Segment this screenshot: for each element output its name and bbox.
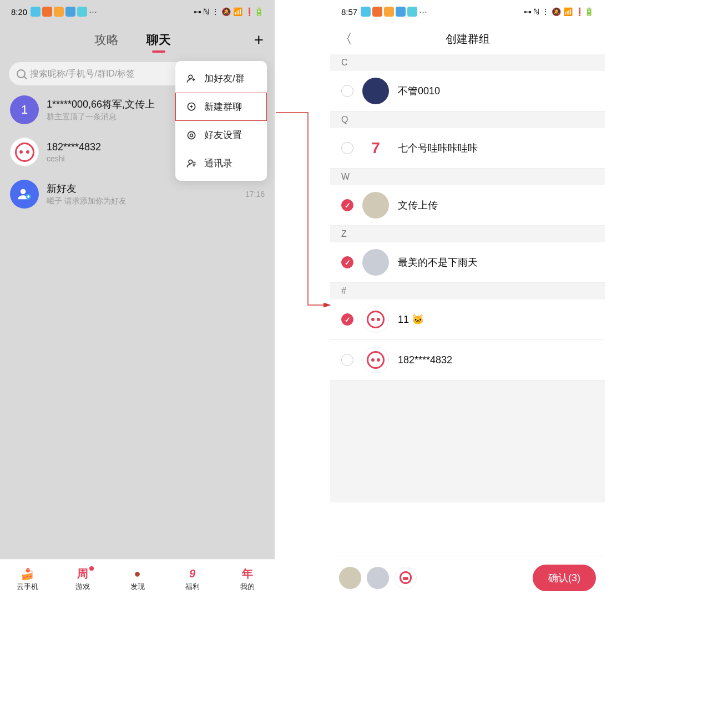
contact-name: 最美的不是下雨天: [398, 256, 478, 269]
avatar: 1: [10, 95, 39, 124]
left-screen: 8:20 ⋯ ⊶ ℕ ⋮ 🔕 📶 ❗🔋 攻略 聊天 + 搜索昵称/手机号/群ID…: [0, 0, 275, 599]
right-screen: 8:57 ⋯ ⊶ ℕ ⋮ 🔕 📶 ❗🔋 〈 创建群组 C 不管0010 Q 7: [330, 0, 605, 599]
section-letter: Q: [330, 111, 605, 128]
nav-discover[interactable]: ●发现: [110, 560, 165, 599]
section-letter: Z: [330, 226, 605, 242]
icon-cyan: [407, 7, 417, 17]
dropdown-add-friend[interactable]: 加好友/群: [175, 64, 267, 93]
chat-time: 17:16: [245, 190, 265, 199]
contact-name: 11 🐱: [398, 313, 424, 326]
search-placeholder: 搜索昵称/手机号/群ID/标签: [30, 68, 135, 80]
page-header: 〈 创建群组: [330, 23, 605, 54]
dropdown-friend-settings[interactable]: 好友设置: [175, 121, 267, 149]
contact-name: 文传上传: [398, 199, 438, 212]
bottom-nav: 🍰云手机 周游戏 ●发现 9福利 年我的: [0, 559, 275, 599]
nav-mine[interactable]: 年我的: [220, 560, 275, 599]
icon-cyan: [77, 7, 87, 17]
contacts-icon: [185, 158, 198, 170]
chat-title: 新好友: [47, 182, 237, 195]
contact-name: 182****4832: [398, 354, 452, 366]
dropdown-label: 加好友/群: [204, 72, 245, 85]
avatar: 7: [362, 135, 389, 161]
selected-avatar[interactable]: [367, 567, 389, 589]
chat-subtitle: 曦子 请求添加你为好友: [47, 196, 237, 206]
status-app-icons: ⋯: [31, 7, 97, 17]
avatar: [362, 347, 389, 373]
selected-avatar[interactable]: [395, 567, 417, 589]
contact-name: 不管0010: [398, 84, 440, 98]
confirm-button[interactable]: 确认(3): [533, 565, 596, 591]
nav-benefits[interactable]: 9福利: [165, 560, 220, 599]
nav-icon: ●: [130, 567, 145, 581]
search-icon: [17, 69, 26, 78]
svg-point-5: [190, 134, 193, 136]
dropdown-contacts[interactable]: 通讯录: [175, 149, 267, 177]
status-time: 8:20: [11, 7, 27, 17]
avatar: [362, 192, 389, 219]
dropdown-label: 通讯录: [204, 157, 232, 170]
icon-book: [65, 7, 75, 17]
avatar: [10, 180, 39, 209]
plus-dropdown: 加好友/群 新建群聊 好友设置 通讯录: [175, 61, 267, 181]
contact-sections: C 不管0010 Q 7 七个号哇咔咔哇咔 W 文传上传 Z 最美的不是下雨天 …: [330, 54, 605, 502]
dropdown-new-group-chat[interactable]: 新建群聊: [175, 93, 267, 121]
status-bar: 8:57 ⋯ ⊶ ℕ ⋮ 🔕 📶 ❗🔋: [330, 0, 605, 23]
svg-point-4: [188, 131, 195, 139]
contact-row[interactable]: 最美的不是下雨天: [330, 242, 605, 283]
person-plus-icon: [185, 73, 198, 85]
checkbox[interactable]: [341, 142, 353, 154]
contact-row[interactable]: 不管0010: [330, 71, 605, 111]
contact-name: 七个号哇咔咔哇咔: [398, 141, 478, 155]
section-letter: C: [330, 54, 605, 71]
section-letter: #: [330, 283, 605, 299]
contact-row[interactable]: 11 🐱: [330, 299, 605, 340]
icon-app-orange: [372, 7, 382, 17]
nav-icon: 9: [185, 567, 200, 581]
avatar: [10, 138, 39, 166]
selection-footer: 确认(3): [330, 556, 605, 599]
status-right-icons: ⊶ ℕ ⋮ 🔕 📶 ❗🔋: [524, 7, 594, 16]
icon-play: [54, 7, 64, 17]
flow-arrow: [275, 108, 336, 313]
nav-games[interactable]: 周游戏: [55, 560, 110, 599]
status-app-icons: ⋯: [361, 7, 427, 17]
contact-row[interactable]: 文传上传: [330, 185, 605, 226]
top-tabs: 攻略 聊天 +: [0, 23, 275, 57]
avatar: [362, 78, 389, 104]
section-letter: W: [330, 169, 605, 185]
selected-avatar[interactable]: [339, 567, 361, 589]
checkbox-checked[interactable]: [341, 313, 353, 326]
gear-icon: [185, 129, 198, 141]
dropdown-label: 新建群聊: [204, 100, 242, 113]
contact-row[interactable]: 182****4832: [330, 340, 605, 380]
empty-area: [330, 380, 605, 502]
contact-row[interactable]: 7 七个号哇咔咔哇咔: [330, 128, 605, 169]
badge-dot: [89, 566, 94, 571]
status-right-icons: ⊶ ℕ ⋮ 🔕 📶 ❗🔋: [194, 7, 264, 16]
tab-chat[interactable]: 聊天: [146, 32, 171, 48]
svg-point-2: [189, 75, 193, 79]
dropdown-label: 好友设置: [204, 129, 242, 141]
nav-icon: 年: [240, 567, 255, 581]
avatar: [362, 306, 389, 333]
icon-more: ⋯: [419, 7, 427, 17]
tab-strategy[interactable]: 攻略: [94, 32, 119, 48]
icon-diamond: [31, 7, 41, 17]
icon-app-orange: [42, 7, 52, 17]
plus-button[interactable]: +: [254, 31, 264, 49]
svg-point-6: [189, 160, 193, 164]
chat-plus-icon: [185, 101, 198, 113]
nav-cloud-phone[interactable]: 🍰云手机: [0, 560, 55, 599]
checkbox-checked[interactable]: [341, 199, 353, 211]
back-button[interactable]: 〈: [339, 30, 356, 48]
icon-diamond: [361, 7, 371, 17]
page-title: 创建群组: [356, 32, 579, 47]
checkbox[interactable]: [341, 354, 353, 366]
nav-icon: 周: [75, 567, 90, 581]
status-time: 8:57: [341, 7, 357, 17]
svg-point-0: [21, 189, 26, 194]
checkbox-checked[interactable]: [341, 256, 353, 268]
icon-book: [396, 7, 406, 17]
checkbox[interactable]: [341, 85, 353, 97]
status-bar: 8:20 ⋯ ⊶ ℕ ⋮ 🔕 📶 ❗🔋: [0, 0, 275, 23]
